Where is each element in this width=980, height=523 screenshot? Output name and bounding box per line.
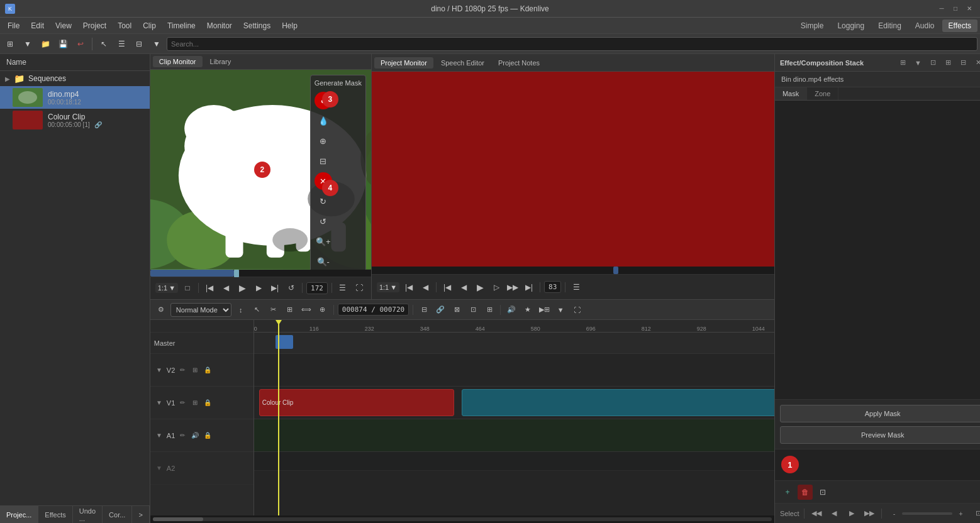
- track-split-v2[interactable]: ⊞: [190, 365, 200, 375]
- proj-ratio-select[interactable]: 1:1▼: [377, 282, 399, 292]
- track-toggle-v2[interactable]: ▼: [154, 365, 164, 375]
- proj-btn-rewind[interactable]: ◀: [457, 280, 471, 294]
- clip-ratio-select[interactable]: 1:1▼: [155, 283, 178, 293]
- track-toggle-v1[interactable]: ▼: [154, 398, 164, 408]
- tab-library[interactable]: Library: [204, 56, 238, 67]
- mode-tab-effects[interactable]: Effects: [942, 19, 977, 32]
- preview-mask-button[interactable]: Preview Mask: [780, 426, 980, 444]
- clip-btn-forward[interactable]: ▶: [252, 281, 265, 295]
- tab-clip-monitor[interactable]: Clip Monitor: [153, 56, 203, 67]
- toolbar-list-btn[interactable]: ☰: [114, 36, 129, 52]
- effects-dropdown-btn[interactable]: ▼: [911, 56, 925, 70]
- menu-edit[interactable]: Edit: [26, 20, 49, 31]
- eff-bottom-btn1[interactable]: ◀◀: [810, 507, 823, 520]
- effects-expand-btn[interactable]: ⊞: [896, 56, 910, 70]
- track-lock-v2[interactable]: 🔒: [203, 365, 213, 375]
- zoom-slider[interactable]: [902, 512, 952, 515]
- track-lock-a1[interactable]: 🔒: [203, 431, 213, 441]
- timeline-scrollbar[interactable]: [150, 515, 774, 523]
- eff-zoom-out-btn[interactable]: -: [887, 507, 901, 520]
- tl-btn-vol[interactable]: 🔊: [504, 303, 518, 317]
- clip-btn-square[interactable]: □: [181, 281, 194, 295]
- proj-btn-in[interactable]: |◀: [402, 280, 416, 294]
- tl-btn-link[interactable]: 🔗: [433, 303, 447, 317]
- track-toggle-a1[interactable]: ▼: [154, 431, 164, 441]
- track-split-v1[interactable]: ⊞: [190, 398, 200, 408]
- proj-btn-last[interactable]: ▶|: [522, 280, 536, 294]
- clip-item-dino[interactable]: dino.mp4 00:00:18:12: [0, 86, 150, 109]
- mask-tool-square[interactable]: ⊟: [315, 152, 332, 170]
- mask-tool-arrow[interactable]: ⊕: [315, 132, 332, 150]
- tab-project-notes[interactable]: Project Notes: [492, 57, 546, 69]
- project-monitor-scrubber[interactable]: [372, 267, 774, 274]
- toolbar-pointer-btn[interactable]: ↖: [96, 36, 111, 52]
- mask-duplicate-btn[interactable]: ⊡: [815, 485, 830, 500]
- menu-clip[interactable]: Clip: [138, 20, 161, 31]
- clip-btn-rewind[interactable]: ◀: [219, 281, 233, 295]
- effects-copy-btn[interactable]: ⊡: [926, 56, 940, 70]
- tl-btn-split[interactable]: ⊞: [283, 303, 297, 317]
- mode-tab-simple[interactable]: Simple: [794, 19, 830, 32]
- mask-tool-zoom-out[interactable]: 🔍-: [315, 253, 332, 269]
- menu-settings[interactable]: Settings: [238, 20, 276, 31]
- tl-btn-preview[interactable]: ▶⊞: [537, 303, 551, 317]
- eff-bottom-btn3[interactable]: ▶: [845, 507, 859, 520]
- track-edit-a1[interactable]: ✏: [177, 431, 187, 441]
- proj-btn-out[interactable]: ◀: [418, 280, 432, 294]
- tl-btn-full[interactable]: ⛶: [570, 303, 584, 317]
- tl-btn-settings[interactable]: ⚙: [154, 303, 168, 317]
- mask-tab-mask[interactable]: Mask: [775, 87, 807, 100]
- tl-btn-pointer[interactable]: ↖: [250, 303, 264, 317]
- apply-mask-button[interactable]: Apply Mask: [780, 405, 980, 422]
- clip-item-colour[interactable]: Colour Clip 00:00:05:00 [1] 🔗: [0, 109, 150, 131]
- toolbar-grid-btn[interactable]: ⊞: [3, 36, 18, 52]
- track-vol-a1[interactable]: 🔊: [190, 431, 200, 441]
- proj-btn-play[interactable]: ▶: [473, 280, 487, 294]
- track-toggle-a2[interactable]: ▼: [154, 463, 164, 473]
- tl-mode-select[interactable]: Normal Mode: [170, 303, 231, 317]
- menu-monitor[interactable]: Monitor: [202, 20, 237, 31]
- clip-block-colour[interactable]: Colour Clip: [259, 389, 454, 416]
- mask-tool-zoom-in[interactable]: 🔍+: [315, 233, 332, 250]
- eff-fit-btn[interactable]: ⊡: [971, 507, 980, 520]
- folder-sequences[interactable]: ▶ 📁 Sequences: [0, 71, 150, 86]
- clip-btn-fullscreen[interactable]: ⛶: [352, 281, 366, 295]
- menu-file[interactable]: File: [3, 20, 25, 31]
- tab-speech-editor[interactable]: Speech Editor: [435, 57, 491, 69]
- menu-tool[interactable]: Tool: [113, 20, 136, 31]
- left-tab-project[interactable]: Projec...: [0, 506, 38, 523]
- scrubber-handle[interactable]: [234, 270, 239, 277]
- tl-btn-split2[interactable]: ⊠: [450, 303, 464, 317]
- toolbar-save-btn[interactable]: 💾: [55, 36, 70, 52]
- tl-btn-v[interactable]: ↕: [234, 303, 248, 317]
- left-tab-undo[interactable]: Undo ...: [73, 506, 103, 523]
- mask-add-btn[interactable]: +: [780, 485, 795, 500]
- track-edit-v2[interactable]: ✏: [177, 365, 187, 375]
- mask-delete-btn[interactable]: 🗑: [798, 485, 813, 500]
- mask-tool-undo[interactable]: ↺: [315, 212, 332, 230]
- tab-project-monitor[interactable]: Project Monitor: [374, 57, 433, 69]
- clip-btn-settings[interactable]: ☰: [336, 281, 350, 295]
- tl-btn-cut[interactable]: ✂: [267, 303, 281, 317]
- track-lock-v1[interactable]: 🔒: [203, 398, 213, 408]
- clip-btn-play[interactable]: ▶: [235, 281, 249, 295]
- tl-btn-star[interactable]: ★: [521, 303, 535, 317]
- search-input[interactable]: [167, 37, 977, 51]
- maximize-button[interactable]: □: [950, 3, 961, 14]
- tl-btn-group[interactable]: ⊡: [466, 303, 480, 317]
- minimize-button[interactable]: ─: [936, 3, 947, 14]
- effects-close-btn[interactable]: ✕: [971, 56, 980, 70]
- proj-btn-forward[interactable]: ▶▶: [506, 280, 520, 294]
- eff-bottom-btn4[interactable]: ▶▶: [862, 507, 876, 520]
- clip-btn-loop[interactable]: ↺: [284, 281, 298, 295]
- mask-tool-drop[interactable]: 💧: [315, 112, 332, 129]
- menu-project[interactable]: Project: [78, 20, 111, 31]
- tl-btn-ungroup[interactable]: ⊞: [482, 303, 496, 317]
- proj-btn-settings[interactable]: ☰: [569, 280, 583, 294]
- proj-btn-first[interactable]: |◀: [440, 280, 454, 294]
- toolbar-filter-down-btn[interactable]: ▼: [149, 36, 164, 52]
- tl-btn-snap[interactable]: ⊟: [417, 303, 431, 317]
- effects-paste-btn[interactable]: ⊞: [941, 56, 955, 70]
- tl-btn-settings2[interactable]: ▼: [554, 303, 567, 317]
- clip-btn-first[interactable]: |◀: [203, 281, 216, 295]
